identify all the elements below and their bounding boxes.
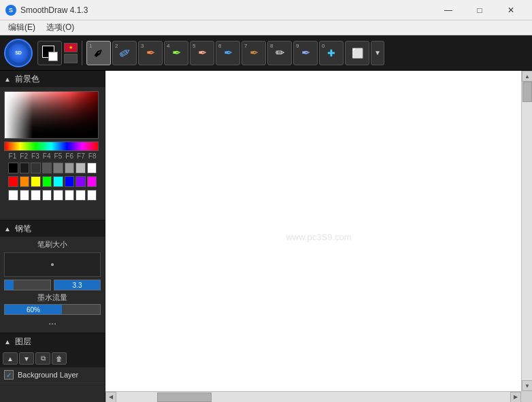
color-swatch-preset_colors_row3-6[interactable] xyxy=(76,190,86,201)
preset-label-f8: F8 xyxy=(88,152,97,160)
layer-list: ✓ Background Layer xyxy=(0,367,105,402)
preset-label-f6: F6 xyxy=(65,152,74,160)
minimize-button[interactable]: — xyxy=(433,0,464,20)
ink-flow-value: 60% xyxy=(27,306,40,314)
layer-copy-button[interactable]: ⧉ xyxy=(35,352,50,365)
color-swatch-preset_colors_row1-6[interactable] xyxy=(76,163,86,173)
color-swatch-preset_colors_row2-4[interactable] xyxy=(53,176,63,187)
color-swatch-preset_colors_row2-0[interactable] xyxy=(8,176,18,187)
layer-down-button[interactable]: ▼ xyxy=(19,352,34,365)
layers-arrow-icon: ▲ xyxy=(4,338,11,346)
left-panel: ▲ 前景色 F1 F2 F3 F4 F5 F6 F7 F8 xyxy=(0,71,105,402)
tool-btn-1[interactable]: 1 ✒ xyxy=(86,41,111,65)
menu-edit[interactable]: 编辑(E) xyxy=(3,20,41,35)
preset-labels-row: F1 F2 F3 F4 F5 F6 F7 F8 xyxy=(4,151,101,161)
fg-arrow-icon: ▲ xyxy=(4,76,11,83)
tool-btn-4[interactable]: 4 ✒ xyxy=(164,41,188,65)
color-swatch-preset_colors_row2-5[interactable] xyxy=(65,176,75,187)
scroll-h-thumb[interactable] xyxy=(157,392,212,402)
color-swatch-preset_colors_row2-2[interactable] xyxy=(31,176,41,187)
app-icon: S xyxy=(5,5,16,16)
app-title: SmoothDraw 4.1.3 xyxy=(20,5,433,15)
tool-btn-7[interactable]: 7 ✒ xyxy=(242,41,266,65)
color-swatch-preset_colors_row3-5[interactable] xyxy=(65,190,75,201)
scroll-v-track[interactable] xyxy=(522,82,532,380)
color-picker-area: F1 F2 F3 F4 F5 F6 F7 F8 xyxy=(0,87,105,220)
tool-btn-5[interactable]: 5 ✒ xyxy=(190,41,214,65)
layer-item-background[interactable]: ✓ Background Layer xyxy=(0,367,105,383)
size-slider[interactable] xyxy=(4,280,51,290)
color-swatch-preset_colors_row1-5[interactable] xyxy=(65,163,75,173)
pen-section-header[interactable]: ▲ 钢笔 xyxy=(0,220,105,237)
window-controls: — □ ✕ xyxy=(433,0,527,20)
preset-label-f7: F7 xyxy=(77,152,86,160)
color-swatch-preset_colors_row3-4[interactable] xyxy=(53,190,63,201)
color-swatch-preset_colors_row3-2[interactable] xyxy=(31,190,41,201)
color-swatch-preset_colors_row1-2[interactable] xyxy=(31,163,41,173)
tool-btn-9[interactable]: 9 ✒ xyxy=(293,41,318,65)
more-options-dots[interactable]: ··· xyxy=(4,318,101,329)
flag-icons: ★ xyxy=(64,43,78,63)
scrollbar-corner xyxy=(521,391,532,402)
menu-bar: 编辑(E) 选项(O) xyxy=(0,20,532,35)
pen-section-title: 钢笔 xyxy=(15,223,31,235)
hue-slider[interactable] xyxy=(4,141,99,151)
layer-up-button[interactable]: ▲ xyxy=(3,352,18,365)
scroll-v-thumb[interactable] xyxy=(522,82,532,102)
preset-row-1 xyxy=(4,161,101,175)
color-preview[interactable] xyxy=(37,41,62,65)
vertical-scrollbar[interactable]: ▲ ▼ xyxy=(521,71,532,391)
tool-btn-eraser[interactable]: ⬜ xyxy=(345,41,369,65)
pen-section: ▲ 钢笔 笔刷大小 3.3 墨水流量 xyxy=(0,220,105,333)
scroll-down-button[interactable]: ▼ xyxy=(522,380,532,391)
color-swatch-preset_colors_row1-4[interactable] xyxy=(53,163,63,173)
color-swatch-preset_colors_row1-3[interactable] xyxy=(42,163,52,173)
toolbar-divider-1 xyxy=(82,41,82,65)
preset-label-f5: F5 xyxy=(54,152,63,160)
scroll-left-button[interactable]: ◀ xyxy=(105,392,116,403)
size-value-text: 3.3 xyxy=(73,282,82,289)
color-swatch-preset_colors_row2-1[interactable] xyxy=(20,176,30,187)
preset-row-4 xyxy=(4,202,101,216)
scroll-h-track[interactable] xyxy=(116,392,510,403)
layer-delete-button[interactable]: 🗑 xyxy=(52,352,67,365)
color-swatch-preset_colors_row2-6[interactable] xyxy=(76,176,86,187)
color-swatch-preset_colors_row1-1[interactable] xyxy=(20,163,30,173)
layer-visibility-checkbox[interactable]: ✓ xyxy=(4,370,14,380)
color-swatch-preset_colors_row3-1[interactable] xyxy=(20,190,30,201)
layers-toolbar: ▲ ▼ ⧉ 🗑 xyxy=(0,350,105,367)
tool-btn-more[interactable]: ▼ xyxy=(371,41,384,65)
canvas-area: www.pc3S9.com ▲ ▼ ◀ ▶ xyxy=(105,71,532,402)
pen-arrow-icon: ▲ xyxy=(4,225,11,233)
color-gradient-picker[interactable] xyxy=(4,91,99,139)
color-swatch-preset_colors_row2-3[interactable] xyxy=(42,176,52,187)
main-layout: ▲ 前景色 F1 F2 F3 F4 F5 F6 F7 F8 xyxy=(0,71,532,402)
horizontal-scrollbar[interactable]: ◀ ▶ xyxy=(105,391,521,402)
tool-btn-6[interactable]: 6 ✒ xyxy=(216,41,240,65)
color-swatch-preset_colors_row3-0[interactable] xyxy=(8,190,18,201)
color-swatch-preset_colors_row1-0[interactable] xyxy=(8,163,18,173)
size-value-display[interactable]: 3.3 xyxy=(54,280,101,290)
color-swatch-preset_colors_row3-7[interactable] xyxy=(87,190,97,201)
scroll-right-button[interactable]: ▶ xyxy=(510,392,521,403)
tool-btn-3[interactable]: 3 ✒ xyxy=(138,41,163,65)
color-swatch-preset_colors_row1-7[interactable] xyxy=(87,163,97,173)
size-slider-row: 3.3 xyxy=(4,280,101,290)
foreground-color-header[interactable]: ▲ 前景色 xyxy=(0,71,105,87)
brush-preview-area[interactable] xyxy=(4,252,101,277)
color-swatch-preset_colors_row3-3[interactable] xyxy=(42,190,52,201)
color-swatch-preset_colors_row2-7[interactable] xyxy=(87,176,97,187)
scroll-up-button[interactable]: ▲ xyxy=(522,71,532,82)
maximize-button[interactable]: □ xyxy=(464,0,495,20)
tool-buttons: 1 ✒ 2 ✏ 3 ✒ 4 ✒ 5 ✒ 6 ✒ 7 ✒ 8 ✏ xyxy=(86,41,384,65)
close-button[interactable]: ✕ xyxy=(495,0,527,20)
layers-section-header[interactable]: ▲ 图层 xyxy=(0,333,105,350)
tool-btn-10[interactable]: 0 ✚ xyxy=(319,41,344,65)
tool-btn-2[interactable]: 2 ✏ xyxy=(112,41,137,65)
brush-dot xyxy=(51,263,54,266)
tool-btn-8[interactable]: 8 ✏ xyxy=(267,41,292,65)
layer-name: Background Layer xyxy=(18,371,78,379)
ink-flow-slider[interactable]: 60% xyxy=(4,304,101,315)
canvas-white[interactable] xyxy=(105,71,521,391)
menu-options[interactable]: 选项(O) xyxy=(41,20,80,35)
